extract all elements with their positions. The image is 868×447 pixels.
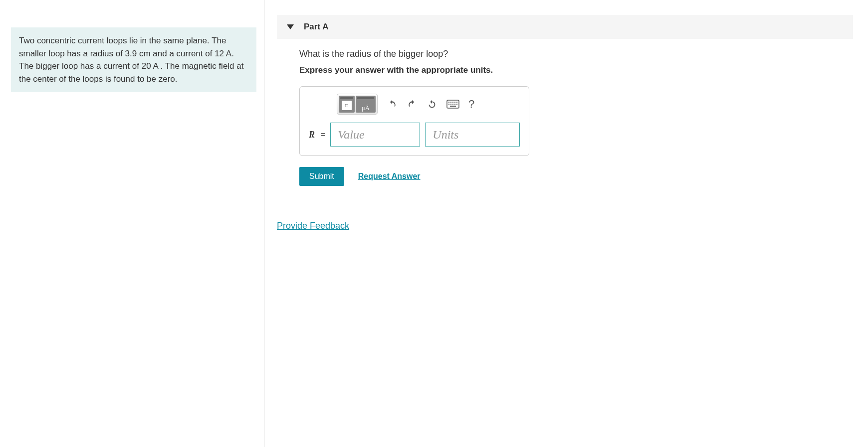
request-answer-link[interactable]: Request Answer [358,172,421,181]
svg-rect-11 [450,106,456,107]
keyboard-icon [446,100,459,109]
collapse-icon [287,24,294,29]
svg-rect-7 [450,104,451,105]
help-button[interactable]: ? [468,98,474,111]
svg-rect-10 [456,104,457,105]
svg-rect-4 [454,102,455,103]
units-input[interactable] [425,123,520,147]
answer-area: □ μÅ [299,86,529,156]
undo-button[interactable] [387,99,398,109]
symbols-icon: μÅ [362,104,370,112]
submit-button[interactable]: Submit [299,167,344,186]
redo-icon [407,99,418,109]
variable-label: R [309,130,315,140]
provide-feedback-link[interactable]: Provide Feedback [277,221,349,231]
keyboard-button[interactable] [446,100,459,109]
svg-rect-3 [452,102,453,103]
svg-rect-9 [454,104,455,105]
part-header[interactable]: Part A [277,15,853,39]
svg-rect-8 [452,104,453,105]
equals-sign: = [321,130,325,139]
symbols-button[interactable]: μÅ [356,96,376,113]
part-title: Part A [304,22,328,32]
svg-rect-6 [448,104,449,105]
instruction-text: Express your answer with the appropriate… [299,65,853,75]
question-text: What is the radius of the bigger loop? [299,49,853,59]
value-input[interactable] [330,123,420,147]
svg-rect-1 [448,102,449,103]
undo-icon [387,99,398,109]
problem-statement: Two concentric current loops lie in the … [11,27,256,92]
toolbar: □ μÅ [337,94,520,115]
templates-button[interactable]: □ [339,96,355,113]
templates-icon: □ [342,101,352,110]
svg-rect-5 [456,102,457,103]
svg-rect-2 [450,102,451,103]
reset-icon [427,99,437,110]
redo-button[interactable] [407,99,418,109]
reset-button[interactable] [427,99,437,110]
